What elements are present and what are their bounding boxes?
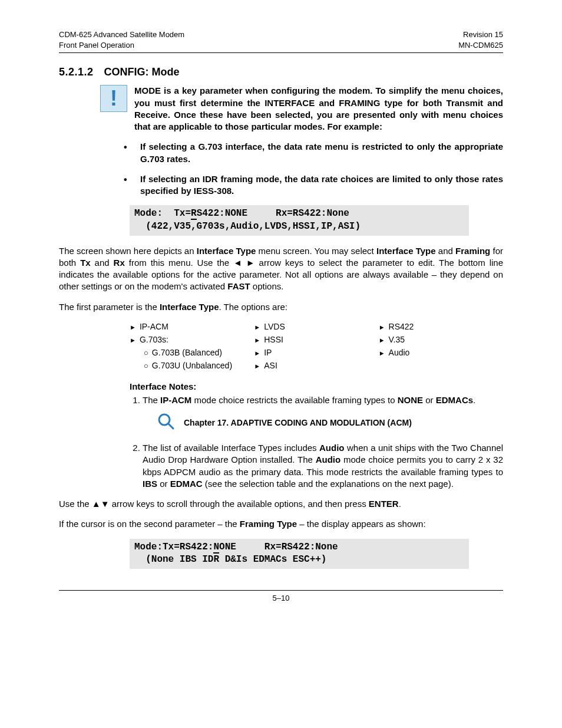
interface-notes-list: The IP-ACM mode choice restricts the ava… <box>130 394 503 490</box>
circle-icon: ○ <box>144 361 148 370</box>
header-revision: Revision 15 <box>463 30 503 39</box>
option-item: ►Audio <box>379 347 503 358</box>
interface-note-item: The IP-ACM mode choice restricts the ava… <box>143 394 503 436</box>
option-subitem: ○G.703B (Balanced) <box>144 347 254 358</box>
intro-bullet-item: If selecting an IDR framing mode, the da… <box>124 173 503 197</box>
option-item: ►V.35 <box>379 334 503 345</box>
option-item: ►ASI <box>254 360 378 371</box>
lcd-display-2: Mode:Tx=RS422:NONE Rx=RS422:None (None I… <box>130 539 469 569</box>
magnifier-icon <box>156 411 177 435</box>
info-note: ! MODE is a key parameter when configuri… <box>100 85 503 133</box>
header-section: Front Panel Operation <box>59 41 134 50</box>
triangle-icon: ► <box>254 363 260 370</box>
option-item: ►LVDS <box>254 321 378 332</box>
page-number: 5–10 <box>273 594 290 602</box>
body-paragraph: Use the ▲▼ arrow keys to scroll through … <box>59 498 503 510</box>
header-right: Revision 15 MN-CDM625 <box>458 29 503 50</box>
header-doc-title: CDM-625 Advanced Satellite Modem <box>59 30 184 39</box>
section-number: 5.2.1.2 <box>59 66 94 78</box>
options-column: ►RS422 ►V.35 ►Audio <box>379 321 503 373</box>
triangle-icon: ► <box>254 337 260 344</box>
option-item: ►G.703s: <box>130 334 254 345</box>
chapter-reference: Chapter 17. ADAPTIVE CODING AND MODULATI… <box>156 411 503 435</box>
triangle-icon: ► <box>130 324 136 331</box>
lcd-cursor: N <box>213 542 219 554</box>
page-footer: 5–10 <box>59 590 503 604</box>
intro-bullet-item: If selecting a G.703 interface, the data… <box>124 141 503 165</box>
body-paragraph: The screen shown here depicts an Interfa… <box>59 245 503 293</box>
section-heading: 5.2.1.2CONFIG: Mode <box>59 65 503 79</box>
page-header: CDM-625 Advanced Satellite Modem Front P… <box>59 29 503 53</box>
info-note-text: MODE is a key parameter when configuring… <box>134 85 503 133</box>
interface-notes-heading: Interface Notes: <box>130 381 503 393</box>
triangle-icon: ► <box>254 324 260 331</box>
option-item: ►IP <box>254 347 378 358</box>
options-column: ►LVDS ►HSSI ►IP ►ASI <box>254 321 378 373</box>
header-left: CDM-625 Advanced Satellite Modem Front P… <box>59 29 184 50</box>
exclamation-icon: ! <box>110 88 117 109</box>
body-paragraph: The first parameter is the Interface Typ… <box>59 301 503 313</box>
triangle-icon: ► <box>254 350 260 357</box>
lcd-display-1: Mode: Tx=RS422:NONE Rx=RS422:None (422,V… <box>130 205 469 235</box>
interface-note-item: The list of available Interface Types in… <box>143 442 503 490</box>
option-item: ►RS422 <box>379 321 503 332</box>
triangle-icon: ► <box>130 337 136 344</box>
option-subitem: ○G.703U (Unbalanced) <box>144 360 254 371</box>
svg-line-1 <box>168 424 173 429</box>
body-paragraph: If the cursor is on the second parameter… <box>59 518 503 530</box>
lcd-cursor: R <box>191 208 197 220</box>
triangle-icon: ► <box>379 324 385 331</box>
circle-icon: ○ <box>144 348 148 357</box>
triangle-icon: ► <box>379 337 385 344</box>
interface-options: ►IP-ACM ►G.703s: ○G.703B (Balanced) ○G.7… <box>130 321 503 373</box>
section-title-text: CONFIG: Mode <box>104 66 180 78</box>
options-column: ►IP-ACM ►G.703s: ○G.703B (Balanced) ○G.7… <box>130 321 254 373</box>
triangle-icon: ► <box>379 350 385 357</box>
header-doc-number: MN-CDM625 <box>458 41 503 50</box>
intro-bullet-list: If selecting a G.703 interface, the data… <box>124 141 503 197</box>
option-item: ►HSSI <box>254 334 378 345</box>
info-icon: ! <box>100 85 127 112</box>
option-item: ►IP-ACM <box>130 321 254 332</box>
chapter-reference-text: Chapter 17. ADAPTIVE CODING AND MODULATI… <box>184 417 412 429</box>
